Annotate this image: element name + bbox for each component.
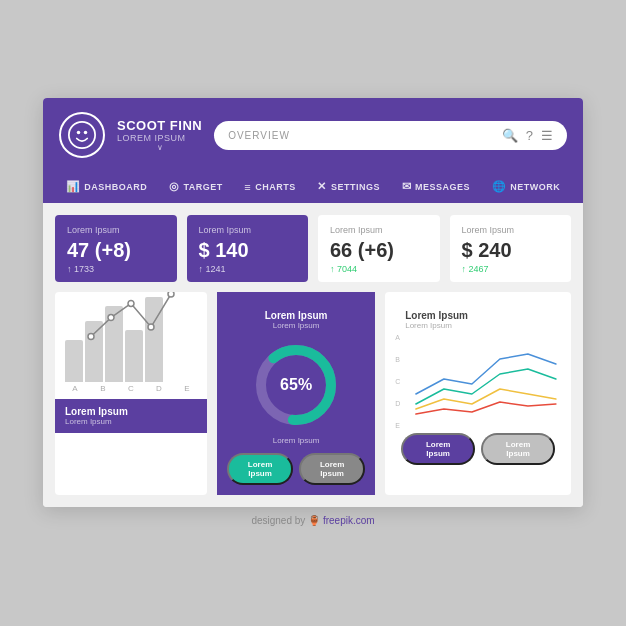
y-label-b: B [395,356,400,363]
user-info: SCOOT FINN LOREM IPSUM ∨ [117,118,202,152]
menu-icon[interactable]: ☰ [541,128,553,143]
settings-icon: ✕ [317,180,327,193]
chart-footer-sub: Lorem Ipsum [65,417,197,426]
header: SCOOT FINN LOREM IPSUM ∨ OVERVIEW 🔍 ? ☰ [43,98,583,172]
nav-item-messages[interactable]: ✉ MESSAGES [402,180,471,193]
footer-brand: freepik.com [323,515,375,526]
y-label-a: A [395,334,400,341]
chart-footer-title: Lorem Ipsum [65,406,197,417]
nav: 📊 DASHBOARD ◎ TARGET ≡ CHARTS ✕ SETTINGS… [43,172,583,203]
svg-point-7 [168,292,174,297]
stat-change-1: ↑ 1241 [199,264,297,274]
stat-change-3: ↑ 2467 [462,264,560,274]
stat-change-2: ↑ 7044 [330,264,428,274]
stat-label-2: Lorem Ipsum [330,225,428,235]
nav-item-settings[interactable]: ✕ SETTINGS [317,180,380,193]
chart-right-title: Lorem Ipsum [395,302,561,321]
stat-card-1: Lorem Ipsum $ 140 ↑ 1241 [187,215,309,282]
nav-label-charts: CHARTS [255,182,296,192]
search-icon[interactable]: 🔍 [502,128,518,143]
nav-item-dashboard[interactable]: 📊 DASHBOARD [66,180,148,193]
stat-label-0: Lorem Ipsum [67,225,165,235]
nav-label-target: TARGET [183,182,222,192]
stat-value-2: 66 (+6) [330,239,428,261]
bar-labels: A B C D E [55,384,207,393]
charts-icon: ≡ [244,181,251,193]
donut-sub: Lorem Ipsum [273,436,320,445]
line-chart-btn-2[interactable]: Lorem Ipsum [481,433,555,465]
line-chart-footer: Lorem Ipsum Lorem Ipsum [395,429,561,471]
bar-label-c: C [122,384,140,393]
avatar [59,112,105,158]
donut-btn-2[interactable]: Lorem Ipsum [299,453,365,485]
stat-value-0: 47 (+8) [67,239,165,261]
line-chart-btn-1[interactable]: Lorem Ipsum [401,433,475,465]
bar-a [65,340,83,383]
stat-card-3: Lorem Ipsum $ 240 ↑ 2467 [450,215,572,282]
nav-label-messages: MESSAGES [415,182,470,192]
nav-label-dashboard: DASHBOARD [84,182,147,192]
nav-label-network: NETWORK [510,182,560,192]
charts-row: A B C D E Lorem Ipsum Lorem Ipsum Lorem … [55,292,571,495]
stat-card-0: Lorem Ipsum 47 (+8) ↑ 1733 [55,215,177,282]
bar-label-d: D [150,384,168,393]
bar-b [85,321,103,382]
user-caret[interactable]: ∨ [117,143,202,152]
svg-point-1 [77,131,81,135]
bar-label-e: E [178,384,196,393]
dashboard-icon: 📊 [66,180,81,193]
donut-buttons: Lorem Ipsum Lorem Ipsum [227,453,365,485]
chart-card-left: A B C D E Lorem Ipsum Lorem Ipsum [55,292,207,495]
line-chart-area: A B C D E [395,334,561,429]
bar-c [105,306,123,382]
donut-btn-1[interactable]: Lorem Ipsum [227,453,293,485]
dashboard: SCOOT FINN LOREM IPSUM ∨ OVERVIEW 🔍 ? ☰ … [43,98,583,507]
stats-row: Lorem Ipsum 47 (+8) ↑ 1733 Lorem Ipsum $… [55,215,571,282]
svg-point-0 [69,122,95,148]
stat-card-2: Lorem Ipsum 66 (+6) ↑ 7044 [318,215,440,282]
footer-credit: designed by 🏺 freepik.com [251,515,374,528]
y-label-d: D [395,400,400,407]
search-icons: 🔍 ? ☰ [502,128,553,143]
messages-icon: ✉ [402,180,412,193]
y-label-e: E [395,422,400,429]
search-label: OVERVIEW [228,130,290,141]
search-bar[interactable]: OVERVIEW 🔍 ? ☰ [214,121,567,150]
help-icon[interactable]: ? [526,128,533,143]
stat-value-1: $ 140 [199,239,297,261]
chart-middle-subtitle: Lorem Ipsum [273,321,320,336]
nav-item-target[interactable]: ◎ TARGET [169,180,223,193]
chart-card-middle: Lorem Ipsum Lorem Ipsum 65% Lorem Ipsum … [217,292,375,495]
chart-middle-title: Lorem Ipsum [255,302,338,321]
bar-label-a: A [66,384,84,393]
chart-footer: Lorem Ipsum Lorem Ipsum [55,399,207,433]
user-subtitle: LOREM IPSUM [117,133,202,143]
user-name: SCOOT FINN [117,118,202,133]
line-chart-svg [411,334,561,429]
bar-e [145,297,163,382]
bar-d [125,330,143,382]
bar-chart-area [55,292,207,382]
network-icon: 🌐 [492,180,507,193]
donut-percent: 65% [280,376,312,394]
chart-right-subtitle: Lorem Ipsum [395,321,561,334]
nav-item-network[interactable]: 🌐 NETWORK [492,180,561,193]
content: Lorem Ipsum 47 (+8) ↑ 1733 Lorem Ipsum $… [43,203,583,507]
target-icon: ◎ [169,180,180,193]
y-label-c: C [395,378,400,385]
bar-label-b: B [94,384,112,393]
stat-label-1: Lorem Ipsum [199,225,297,235]
line-chart-y-labels: A B C D E [395,334,400,429]
stat-change-0: ↑ 1733 [67,264,165,274]
svg-point-2 [84,131,88,135]
svg-point-5 [128,300,134,306]
nav-label-settings: SETTINGS [331,182,380,192]
stat-value-3: $ 240 [462,239,560,261]
donut-chart: 65% [251,340,341,430]
chart-card-right: Lorem Ipsum Lorem Ipsum A B C D E [385,292,571,495]
nav-item-charts[interactable]: ≡ CHARTS [244,181,295,193]
stat-label-3: Lorem Ipsum [462,225,560,235]
